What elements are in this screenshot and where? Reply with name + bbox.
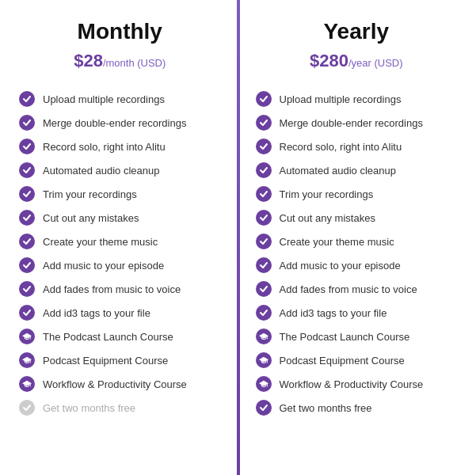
- feature-label: Upload multiple recordings: [280, 93, 402, 105]
- check-icon: [19, 400, 35, 416]
- check-icon: [19, 210, 35, 226]
- list-item: Trim your recordings: [256, 182, 458, 206]
- list-item: Cut out any mistakes: [19, 206, 221, 230]
- list-item: Trim your recordings: [19, 182, 221, 206]
- svg-rect-5: [30, 383, 31, 386]
- list-item: Automated audio cleanup: [19, 158, 221, 182]
- feature-label: Podcast Equipment Course: [43, 355, 168, 367]
- list-item: The Podcast Launch Course: [256, 325, 458, 348]
- svg-rect-9: [266, 359, 267, 363]
- check-icon: [19, 234, 35, 249]
- feature-label: Merge double-ender recordings: [280, 117, 423, 129]
- list-item: Add fades from music to voice: [256, 277, 458, 301]
- feature-label: The Podcast Launch Course: [43, 331, 173, 343]
- feature-label: Get two months free: [280, 402, 372, 414]
- list-item: Workflow & Productivity Course: [19, 372, 221, 396]
- list-item: Upload multiple recordings: [19, 87, 221, 111]
- grad-icon: [19, 376, 35, 392]
- list-item: Get two months free: [256, 396, 458, 420]
- feature-label: Add id3 tags to your file: [280, 307, 387, 319]
- monthly-amount: $28: [74, 51, 103, 70]
- monthly-title: Monthly: [19, 19, 221, 44]
- feature-label: Create your theme music: [43, 236, 158, 248]
- list-item: Add music to your episode: [19, 253, 221, 277]
- feature-label: Record solo, right into Alitu: [280, 141, 402, 153]
- check-icon: [256, 91, 272, 107]
- list-item: Record solo, right into Alitu: [256, 135, 458, 158]
- grad-icon: [19, 352, 35, 368]
- svg-rect-3: [30, 359, 31, 363]
- list-item: Merge double-ender recordings: [256, 111, 458, 135]
- feature-label: The Podcast Launch Course: [280, 331, 410, 343]
- check-icon: [256, 162, 272, 178]
- feature-label: Add fades from music to voice: [280, 283, 417, 295]
- list-item: The Podcast Launch Course: [19, 325, 221, 348]
- list-item: Add music to your episode: [256, 253, 458, 277]
- monthly-period: /month (USD): [103, 57, 166, 69]
- svg-rect-1: [30, 336, 31, 339]
- feature-label: Automated audio cleanup: [43, 165, 159, 177]
- check-icon: [256, 210, 272, 226]
- feature-label: Add fades from music to voice: [43, 283, 181, 295]
- monthly-features: Upload multiple recordings Merge double-…: [19, 87, 221, 420]
- list-item: Upload multiple recordings: [256, 87, 458, 111]
- check-icon: [256, 115, 272, 131]
- feature-label: Cut out any mistakes: [280, 212, 375, 224]
- feature-label: Add id3 tags to your file: [43, 307, 150, 319]
- grad-icon: [256, 352, 272, 368]
- list-item: Add id3 tags to your file: [19, 301, 221, 325]
- check-icon: [256, 186, 272, 202]
- check-icon: [256, 257, 272, 273]
- feature-label: Workflow & Productivity Course: [43, 378, 187, 390]
- check-icon: [19, 305, 35, 321]
- check-icon: [256, 234, 272, 249]
- feature-label: Add music to your episode: [43, 260, 164, 272]
- feature-label: Upload multiple recordings: [43, 93, 165, 105]
- feature-label: Workflow & Productivity Course: [280, 378, 424, 390]
- list-item: Create your theme music: [256, 230, 458, 253]
- check-icon: [256, 281, 272, 297]
- check-icon: [19, 186, 35, 202]
- check-icon: [19, 91, 35, 107]
- list-item: Record solo, right into Alitu: [19, 135, 221, 158]
- monthly-price: $28/month (USD): [19, 51, 221, 71]
- feature-label: Trim your recordings: [43, 188, 137, 200]
- list-item: Add id3 tags to your file: [256, 301, 458, 325]
- feature-label: Get two months free: [43, 402, 135, 414]
- svg-rect-11: [266, 383, 267, 386]
- list-item: Merge double-ender recordings: [19, 111, 221, 135]
- yearly-price: $280/year (USD): [256, 51, 458, 71]
- monthly-plan: Monthly $28/month (USD) Upload multiple …: [0, 0, 237, 475]
- feature-label: Merge double-ender recordings: [43, 117, 186, 129]
- grad-icon: [256, 376, 272, 392]
- check-icon: [256, 305, 272, 321]
- svg-rect-7: [266, 336, 267, 339]
- list-item: Cut out any mistakes: [256, 206, 458, 230]
- check-icon: [19, 115, 35, 131]
- list-item: Get two months free: [19, 396, 221, 420]
- list-item: Podcast Equipment Course: [19, 348, 221, 372]
- check-icon: [256, 139, 272, 154]
- list-item: Podcast Equipment Course: [256, 348, 458, 372]
- check-icon: [256, 400, 272, 416]
- feature-label: Trim your recordings: [280, 188, 374, 200]
- check-icon: [19, 162, 35, 178]
- feature-label: Create your theme music: [280, 236, 394, 248]
- feature-label: Record solo, right into Alitu: [43, 141, 166, 153]
- yearly-amount: $280: [310, 51, 348, 70]
- list-item: Add fades from music to voice: [19, 277, 221, 301]
- yearly-plan: Yearly $280/year (USD) Upload multiple r…: [240, 0, 477, 475]
- feature-label: Cut out any mistakes: [43, 212, 139, 224]
- list-item: Workflow & Productivity Course: [256, 372, 458, 396]
- grad-icon: [19, 329, 35, 344]
- check-icon: [19, 281, 35, 297]
- yearly-period: /year (USD): [348, 57, 403, 69]
- check-icon: [19, 257, 35, 273]
- feature-label: Add music to your episode: [280, 260, 401, 272]
- yearly-title: Yearly: [256, 19, 458, 44]
- yearly-features: Upload multiple recordings Merge double-…: [256, 87, 458, 420]
- list-item: Create your theme music: [19, 230, 221, 253]
- feature-label: Automated audio cleanup: [280, 165, 396, 177]
- feature-label: Podcast Equipment Course: [280, 355, 405, 367]
- grad-icon: [256, 329, 272, 344]
